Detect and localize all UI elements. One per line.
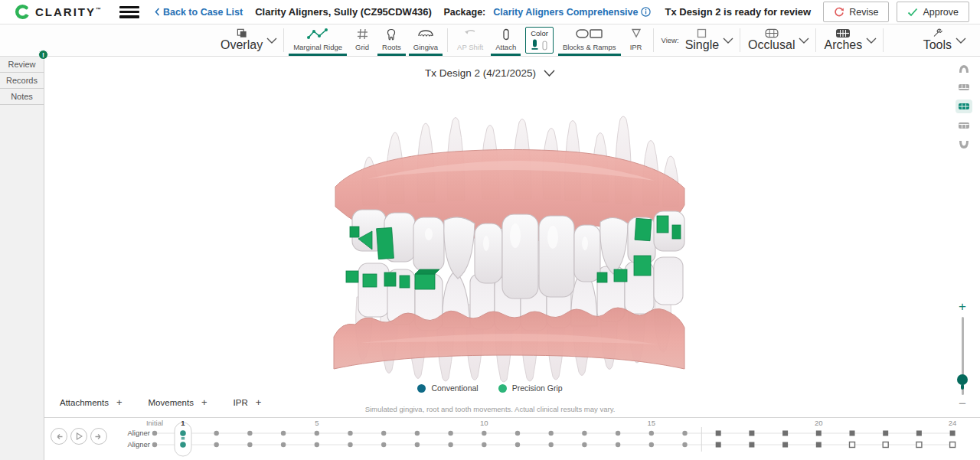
- occlusal-view-icon: [764, 28, 779, 38]
- panel-toggles: Attachments+ Movements+ IPR+: [60, 396, 261, 408]
- ap-shift-toggle: AP Shift: [451, 24, 489, 56]
- zoom-track[interactable]: [962, 317, 964, 395]
- ipr-icon: [631, 28, 642, 38]
- gingiva-icon: [417, 28, 434, 39]
- attachment-outline-icon: [542, 41, 547, 51]
- svg-text:24: 24: [949, 419, 957, 427]
- tools-dropdown[interactable]: Tools: [919, 24, 969, 56]
- tools-wrench-icon: [931, 28, 943, 38]
- header: CLARITY™ Back to Case List Clarity Align…: [0, 0, 980, 24]
- sidebar-tab-records[interactable]: Records: [0, 73, 44, 89]
- zoom-in-button[interactable]: +: [959, 302, 966, 312]
- info-icon[interactable]: [641, 7, 651, 17]
- plus-icon: +: [256, 396, 262, 408]
- svg-text:10: 10: [480, 419, 488, 427]
- svg-text:1: 1: [181, 419, 185, 427]
- timeline: Aligner Aligner Initial1510152024: [44, 417, 980, 460]
- view-label: View:: [657, 36, 681, 44]
- marginal-ridge-icon: [306, 28, 329, 41]
- clarity-logo-icon: [14, 4, 30, 20]
- back-to-case-list-link[interactable]: Back to Case List: [155, 7, 243, 18]
- ap-shift-icon: [463, 28, 477, 38]
- single-view-icon: [697, 28, 707, 38]
- timeline-track[interactable]: Initial1510152024: [44, 418, 980, 460]
- legend-conventional: Conventional: [417, 383, 478, 393]
- overlay-icon: [236, 28, 248, 38]
- attachment-legend: Conventional Precision Grip: [329, 383, 651, 393]
- front-view-button[interactable]: [956, 100, 972, 113]
- roots-toggle[interactable]: Roots: [376, 24, 407, 56]
- chevron-down-icon: [544, 70, 555, 77]
- header-right: Package: Clarity Aligners Comprehensive …: [443, 2, 969, 22]
- svg-text:Initial: Initial: [146, 419, 163, 427]
- revise-icon: [834, 7, 844, 18]
- package-label: Package:: [443, 7, 485, 18]
- ipr-toggle[interactable]: IPR: [622, 24, 650, 56]
- conventional-dot: [417, 384, 426, 393]
- case-title: Clarity Aligners, Sully (CZ95CDW436): [255, 6, 432, 18]
- chevron-down-icon: [956, 38, 966, 44]
- teeth-3d-render[interactable]: [329, 113, 689, 384]
- movements-panel-toggle[interactable]: Movements+: [149, 396, 207, 408]
- status-text: Tx Design 2 is ready for review: [665, 6, 811, 18]
- chevron-down-icon: [799, 38, 809, 44]
- arches-view-icon: [835, 28, 851, 38]
- revise-button[interactable]: Revise: [823, 2, 889, 22]
- approve-check-icon: [907, 8, 918, 17]
- upper-arch-icon: [958, 83, 970, 91]
- zoom-out-button[interactable]: −: [959, 400, 966, 409]
- plus-icon: +: [116, 396, 122, 408]
- overlay-button[interactable]: Overlay: [216, 24, 280, 56]
- svg-text:15: 15: [648, 419, 656, 427]
- review-alert-badge: !: [38, 50, 48, 60]
- upper-arch-view-button[interactable]: [956, 80, 972, 94]
- zoom-knob[interactable]: [957, 374, 968, 385]
- color-toggle[interactable]: Color: [525, 27, 554, 54]
- lower-arch-icon: [958, 122, 970, 129]
- lower-arch-view-button[interactable]: [956, 119, 972, 132]
- lower-occlusal-icon: [958, 140, 970, 150]
- roots-icon: [385, 28, 397, 41]
- precision-grip-dot: [498, 384, 507, 393]
- svg-text:5: 5: [315, 419, 318, 427]
- chevron-down-icon: [266, 38, 277, 44]
- attach-icon: [502, 28, 510, 41]
- zoom-slider: + −: [952, 302, 973, 409]
- ipr-panel-toggle[interactable]: IPR+: [234, 396, 262, 408]
- view-single-dropdown[interactable]: Single: [681, 24, 737, 56]
- occlusal-dropdown[interactable]: Occlusal: [743, 24, 812, 56]
- package-link[interactable]: Clarity Aligners Comprehensive: [493, 7, 651, 18]
- front-view-icon: [958, 103, 970, 110]
- view-orientation-buttons: [956, 61, 972, 152]
- upper-occlusal-icon: [958, 64, 970, 73]
- disclaimer-text: Simulated gingiva, root and tooth moveme…: [260, 405, 720, 413]
- toolbar: Overlay Marginal Ridge Grid Roots: [0, 24, 980, 57]
- chevron-down-icon: [866, 38, 877, 44]
- gingiva-toggle[interactable]: Gingiva: [407, 24, 444, 56]
- design-version-dropdown[interactable]: Tx Design 2 (4/21/2025): [329, 67, 651, 79]
- sidebar-tab-review[interactable]: Review: [0, 57, 44, 73]
- marginal-ridge-toggle[interactable]: Marginal Ridge: [287, 24, 348, 56]
- attach-toggle[interactable]: Attach: [489, 24, 522, 56]
- legend-precision-grip: Precision Grip: [498, 383, 563, 393]
- grid-icon: [357, 28, 368, 40]
- lower-occlusal-view-button[interactable]: [956, 138, 972, 152]
- chevron-down-icon: [723, 38, 733, 44]
- approve-button[interactable]: Approve: [897, 2, 969, 22]
- clarity-logo: CLARITY™: [14, 4, 103, 20]
- grid-toggle[interactable]: Grid: [348, 24, 376, 56]
- blocks-ramps-icon: [576, 28, 603, 39]
- clarity-app: CLARITY™ Back to Case List Clarity Align…: [0, 0, 980, 460]
- logo-text: CLARITY™: [35, 5, 103, 18]
- plus-icon: +: [201, 396, 207, 408]
- menu-icon[interactable]: [119, 6, 139, 18]
- blocks-ramps-toggle[interactable]: Blocks & Ramps: [557, 24, 622, 56]
- sidebar-tab-notes[interactable]: Notes: [0, 89, 44, 105]
- chevron-left-icon: [155, 8, 160, 16]
- arches-dropdown[interactable]: Arches: [819, 24, 880, 56]
- sidebar: ! Review Records Notes: [0, 57, 44, 460]
- attachment-filled-icon: [531, 39, 538, 51]
- svg-text:20: 20: [815, 419, 823, 427]
- upper-occlusal-view-button[interactable]: [956, 61, 972, 75]
- attachments-panel-toggle[interactable]: Attachments+: [60, 396, 122, 408]
